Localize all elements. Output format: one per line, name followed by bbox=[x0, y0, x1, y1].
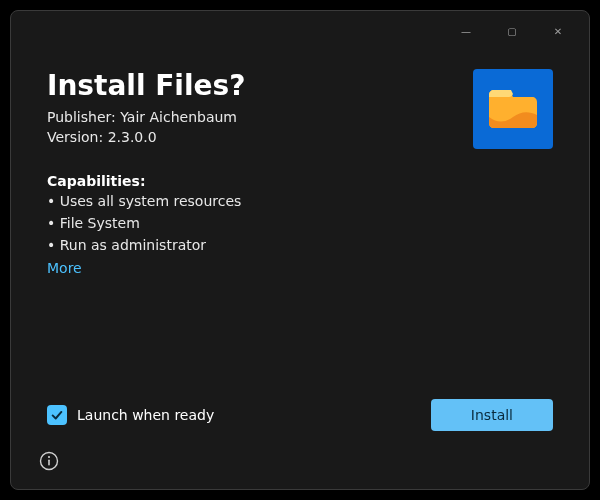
svg-point-1 bbox=[48, 456, 50, 458]
version-value: 2.3.0.0 bbox=[108, 129, 157, 145]
page-title: Install Files? bbox=[47, 69, 553, 102]
publisher-line: Publisher: Yair Aichenbaum bbox=[47, 108, 553, 128]
info-button[interactable] bbox=[39, 451, 59, 471]
footer: Launch when ready Install bbox=[47, 395, 553, 435]
titlebar: — ▢ ✕ bbox=[11, 11, 589, 51]
publisher-label: Publisher: bbox=[47, 109, 116, 125]
svg-rect-2 bbox=[48, 460, 50, 466]
version-line: Version: 2.3.0.0 bbox=[47, 128, 553, 148]
publisher-value: Yair Aichenbaum bbox=[120, 109, 237, 125]
launch-when-ready-checkbox[interactable]: Launch when ready bbox=[47, 405, 214, 425]
install-button[interactable]: Install bbox=[431, 399, 553, 431]
close-button[interactable]: ✕ bbox=[535, 15, 581, 47]
installer-window: — ▢ ✕ Install Files? Publisher: Yair Aic… bbox=[10, 10, 590, 490]
version-label: Version: bbox=[47, 129, 103, 145]
launch-when-ready-label: Launch when ready bbox=[77, 407, 214, 423]
capability-item: Run as administrator bbox=[47, 235, 553, 257]
check-icon bbox=[50, 408, 64, 422]
capabilities-section: Capabilities: Uses all system resources … bbox=[47, 173, 553, 277]
capability-item: Uses all system resources bbox=[47, 191, 553, 213]
capability-item: File System bbox=[47, 213, 553, 235]
maximize-button[interactable]: ▢ bbox=[489, 15, 535, 47]
capabilities-list: Uses all system resources File System Ru… bbox=[47, 191, 553, 256]
info-icon bbox=[39, 451, 59, 471]
checkbox-box bbox=[47, 405, 67, 425]
more-link[interactable]: More bbox=[47, 260, 82, 276]
minimize-button[interactable]: — bbox=[443, 15, 489, 47]
capabilities-title: Capabilities: bbox=[47, 173, 553, 189]
